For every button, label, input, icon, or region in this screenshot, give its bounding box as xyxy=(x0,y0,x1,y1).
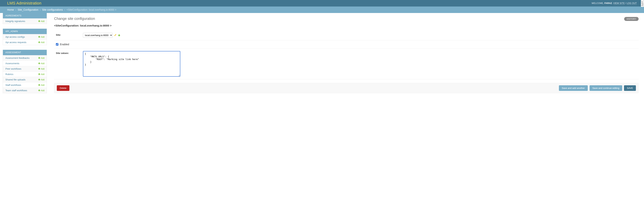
model-link-assessment-feedbacks[interactable]: Assessment feedbacks xyxy=(6,56,30,59)
add-link-assessments[interactable]: ✚Add xyxy=(38,62,44,65)
add-label: Add xyxy=(41,20,44,22)
plus-icon: ✚ xyxy=(38,68,40,70)
add-label: Add xyxy=(41,78,44,81)
model-link-assessments[interactable]: Assessments xyxy=(6,62,19,65)
app-caption-assessment[interactable]: ASSESSMENT xyxy=(3,50,47,55)
enabled-checkbox[interactable] xyxy=(56,43,58,46)
plus-icon: ✚ xyxy=(38,41,40,44)
model-row-staff-workflows: Staff workflows✚Add xyxy=(3,82,47,88)
breadcrumb-separator: › xyxy=(39,8,42,11)
submit-row: Delete Save and add another Save and con… xyxy=(54,83,638,93)
model-row-peer-workflows: Peer workflows✚Add xyxy=(3,66,47,72)
model-link-team-staff-workflows[interactable]: Team staff workflows xyxy=(6,89,27,92)
add-label: Add xyxy=(41,68,44,70)
add-related-icon[interactable]: ✚ xyxy=(118,34,120,37)
field-row-site: Site: local.overhang.io:8000 ✚ xyxy=(54,30,638,40)
app-module-api-admin: API_ADMINApi access configs✚AddApi acces… xyxy=(3,29,47,45)
app-module-agreements: AGREEMENTSIntegrity signatures✚Add xyxy=(3,13,47,24)
add-link-team-staff-workflows[interactable]: ✚Add xyxy=(38,89,44,92)
breadcrumb-home[interactable]: Home xyxy=(7,8,14,11)
save-add-another-button[interactable]: Save and add another xyxy=(559,85,588,91)
welcome-prefix: WELCOME, xyxy=(592,2,604,4)
save-button[interactable]: SAVE xyxy=(624,85,636,91)
view-site-link[interactable]: VIEW SITE xyxy=(613,2,625,5)
add-link-rubrics[interactable]: ✚Add xyxy=(38,73,44,76)
model-row-rubrics: Rubrics✚Add xyxy=(3,72,47,77)
object-tools: HISTORY xyxy=(624,17,638,21)
plus-icon: ✚ xyxy=(38,36,40,38)
app-caption-api-admin[interactable]: API_ADMIN xyxy=(3,29,47,34)
add-link-api-access-requests[interactable]: ✚Add xyxy=(38,41,44,44)
add-link-assessment-feedbacks[interactable]: ✚Add xyxy=(38,56,44,59)
model-row-team-staff-workflows: Team staff workflows✚Add xyxy=(3,88,47,93)
field-row-site-values: Site values: xyxy=(54,48,638,79)
plus-icon: ✚ xyxy=(38,84,40,86)
add-link-integrity-signatures[interactable]: ✚Add xyxy=(38,20,44,22)
add-label: Add xyxy=(41,84,44,86)
logout-link[interactable]: LOG OUT xyxy=(627,2,637,5)
model-link-peer-workflows[interactable]: Peer workflows xyxy=(6,68,21,70)
breadcrumb-separator: › xyxy=(14,8,17,11)
plus-icon: ✚ xyxy=(38,62,40,65)
plus-icon: ✚ xyxy=(38,89,40,92)
add-label: Add xyxy=(41,41,44,44)
user-tools: WELCOME, FARAZ. VIEW SITE / LOG OUT xyxy=(592,2,637,4)
breadcrumb: Home › Site_Configuration › Site configu… xyxy=(0,6,644,13)
model-link-rubrics[interactable]: Rubrics xyxy=(6,73,13,76)
add-label: Add xyxy=(41,57,44,59)
add-link-api-access-configs[interactable]: ✚Add xyxy=(38,36,44,38)
model-link-api-access-configs[interactable]: Api access configs xyxy=(6,36,25,38)
enabled-label: Enabled xyxy=(60,43,69,46)
model-row-shared-file-uploads: Shared file uploads✚Add xyxy=(3,77,47,82)
delete-button[interactable]: Delete xyxy=(57,85,70,91)
model-row-assessment-feedbacks: Assessment feedbacks✚Add xyxy=(3,55,47,60)
plus-icon: ✚ xyxy=(38,78,40,81)
object-repr: <SiteConfiguration: local.overhang.io:80… xyxy=(54,24,638,27)
username: FARAZ xyxy=(604,2,612,4)
model-row-api-access-requests: Api access requests✚Add xyxy=(3,40,47,45)
add-link-staff-workflows[interactable]: ✚Add xyxy=(38,84,44,86)
history-button[interactable]: HISTORY xyxy=(624,17,638,21)
model-row-integrity-signatures: Integrity signatures✚Add xyxy=(3,18,47,24)
breadcrumb-app[interactable]: Site_Configuration xyxy=(18,8,38,11)
model-link-api-access-requests[interactable]: Api access requests xyxy=(6,41,26,44)
model-row-api-access-configs: Api access configs✚Add xyxy=(3,34,47,40)
breadcrumb-model[interactable]: Site configurations xyxy=(42,8,63,11)
add-label: Add xyxy=(41,89,44,92)
add-label: Add xyxy=(41,36,44,38)
debug-toolbar-tab[interactable]: DjDT xyxy=(641,0,644,7)
page-title: Change site configuration xyxy=(54,16,638,21)
add-label: Add xyxy=(41,62,44,65)
main-content: HISTORY Change site configuration <SiteC… xyxy=(47,13,644,98)
site-label: Site: xyxy=(56,33,83,36)
save-continue-button[interactable]: Save and continue editing xyxy=(590,85,622,91)
model-row-assessments: Assessments✚Add xyxy=(3,60,47,66)
field-row-enabled: Enabled xyxy=(54,40,638,48)
pencil-icon[interactable] xyxy=(114,34,117,37)
model-link-integrity-signatures[interactable]: Integrity signatures xyxy=(6,20,25,22)
plus-icon: ✚ xyxy=(38,73,40,76)
app-caption-agreements[interactable]: AGREEMENTS xyxy=(3,13,47,18)
branding-title[interactable]: LMS Administration xyxy=(7,1,42,6)
site-values-textarea[interactable] xyxy=(83,51,180,77)
site-values-label: Site values: xyxy=(56,51,83,54)
breadcrumb-separator: › xyxy=(64,8,66,11)
add-label: Add xyxy=(41,73,44,76)
plus-icon: ✚ xyxy=(38,20,40,22)
admin-header: LMS Administration WELCOME, FARAZ. VIEW … xyxy=(0,0,644,6)
model-link-staff-workflows[interactable]: Staff workflows xyxy=(6,84,21,86)
add-link-shared-file-uploads[interactable]: ✚Add xyxy=(38,78,44,81)
user-tools-separator: / xyxy=(625,2,627,4)
app-module-assessment: ASSESSMENTAssessment feedbacks✚AddAssess… xyxy=(3,50,47,93)
plus-icon: ✚ xyxy=(38,56,40,59)
site-select[interactable]: local.overhang.io:8000 xyxy=(83,33,113,38)
app-sidebar: AGREEMENTSIntegrity signatures✚AddAPI_AD… xyxy=(3,13,47,98)
add-link-peer-workflows[interactable]: ✚Add xyxy=(38,68,44,70)
breadcrumb-current: <SiteConfiguration: local.overhang.io:80… xyxy=(66,8,116,11)
model-link-shared-file-uploads[interactable]: Shared file uploads xyxy=(6,78,26,81)
